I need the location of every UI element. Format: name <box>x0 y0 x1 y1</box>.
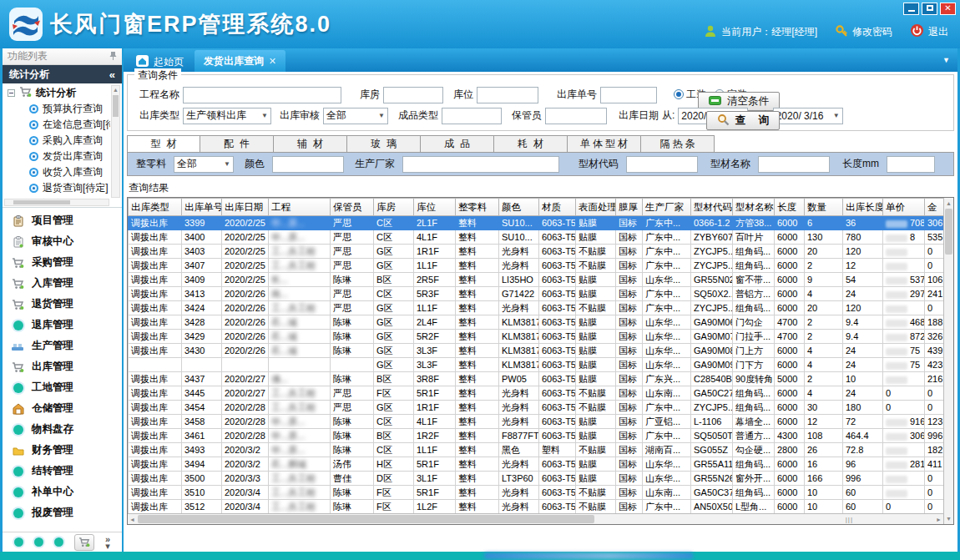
module-dot-icon[interactable] <box>34 537 43 547</box>
tree-item[interactable]: 预算执行查询 <box>4 101 110 117</box>
table-row[interactable]: 调拨出库33992020/2/25华...原...严思C区2L1F整料SU10.… <box>129 216 944 230</box>
column-header[interactable]: 出库日期 <box>222 199 269 216</box>
column-header[interactable]: 出库类型 <box>129 199 182 216</box>
table-row[interactable]: 调拨出库34292020/2/26石...城陈琳G区5R2F整料KLM38176… <box>129 330 944 344</box>
column-header[interactable]: 数量 <box>805 199 843 216</box>
tree-root[interactable]: 统计分析 <box>4 85 110 101</box>
outbound-audit-select[interactable]: 全部▼ <box>323 108 388 124</box>
outbound-type-select[interactable]: 生产领料出库▼ <box>183 108 271 124</box>
product-type-input[interactable] <box>442 108 502 124</box>
material-tab-成品[interactable]: 成品 <box>421 135 494 153</box>
column-header[interactable]: 出库单号 <box>182 199 222 216</box>
maker-input[interactable] <box>402 156 559 173</box>
column-header[interactable]: 型材代码 <box>691 199 733 216</box>
material-tab-配件[interactable]: 配件 <box>200 135 274 153</box>
table-row[interactable]: 调拨出库34132020/2/26南...严思C区5R3F整料G71422606… <box>129 287 944 301</box>
column-header[interactable]: 材质 <box>539 199 576 216</box>
project-name-input[interactable] <box>183 87 341 103</box>
tree-expander-icon[interactable] <box>8 89 15 97</box>
table-row[interactable]: 调拨出库34372020/2/27佛...陈琳B区3R8F整料PW056063-… <box>129 372 944 386</box>
material-tab-单体型材[interactable]: 单体型材 <box>568 135 641 153</box>
material-tab-辅材[interactable]: 辅材 <box>274 135 347 153</box>
table-row[interactable]: 调拨出库34002020/2/25华...原...严思C区4L1F整料SU10.… <box>129 230 944 245</box>
location-input[interactable] <box>477 87 538 103</box>
table-row[interactable]: 调拨出库34542020/2/28工...共工程严思G区1R1F整料光身料606… <box>129 401 944 415</box>
column-header[interactable]: 长度 <box>775 199 805 216</box>
maximize-button[interactable] <box>922 3 937 15</box>
nav-item-补单中心[interactable]: 补单中心 <box>3 482 122 502</box>
column-header[interactable]: 单价 <box>883 199 925 216</box>
table-row[interactable]: 调拨出库34942020/3/2石...辉城汤伟H区5R1F整料光身料6063-… <box>129 457 944 472</box>
tree-item[interactable]: 发货出库查询 <box>4 149 110 164</box>
collapse-icon[interactable]: « <box>109 68 115 81</box>
tab-list-dropdown-icon[interactable]: ▼ <box>942 56 950 64</box>
date-to-picker[interactable]: 2020/ 3/16▼ <box>773 108 843 124</box>
warehouse-input[interactable] <box>383 87 443 103</box>
change-password-button[interactable]: 修改密码 <box>835 24 892 40</box>
nav-item-退货管理[interactable]: 退货管理 <box>3 294 122 315</box>
profile-code-input[interactable] <box>626 156 698 173</box>
module-dot-icon[interactable] <box>14 537 23 547</box>
tree-item[interactable]: 退货查询[待定] <box>4 180 110 196</box>
column-header[interactable]: 保管员 <box>331 199 374 216</box>
column-header[interactable]: 型材名称 <box>733 199 775 216</box>
whole-piece-select[interactable]: 全部▼ <box>174 156 234 173</box>
minimize-button[interactable] <box>903 3 919 15</box>
tree-item[interactable]: 采购入库查询 <box>4 133 110 149</box>
table-row[interactable]: 调拨出库34092020/2/25长...陈琳B区2R5F整料LI35HO606… <box>129 273 944 287</box>
tree-vertical-scrollbar[interactable]: ▲ <box>111 85 120 198</box>
material-tab-耗材[interactable]: 耗材 <box>494 135 568 153</box>
table-row[interactable]: 调拨出库35122020/3/4工...共工程陈琳F区1L2F整料光身料6063… <box>129 500 944 514</box>
nav-item-工地管理[interactable]: 工地管理 <box>3 377 122 398</box>
material-tab-隔热条[interactable]: 隔热条 <box>641 135 715 153</box>
column-header[interactable]: 膜厚 <box>616 199 643 216</box>
profile-name-input[interactable] <box>758 156 830 173</box>
table-row[interactable]: 调拨出库34612020/2/28华...原...陈琳B区1R2F整料F8877… <box>129 429 944 443</box>
column-header[interactable]: 生产厂家 <box>643 199 691 216</box>
table-row[interactable]: 调拨出库34032020/2/25工...共工程严思G区1R1F整料光身料606… <box>129 245 944 259</box>
column-header[interactable]: 金 <box>925 199 944 216</box>
nav-item-审核中心[interactable]: 审核中心 <box>3 231 122 252</box>
table-row[interactable]: 调拨出库35102020/3/4工...共工程陈琳F区5R1F整料光身料6063… <box>129 486 944 500</box>
material-tab-玻璃[interactable]: 玻璃 <box>347 135 421 153</box>
length-input[interactable] <box>887 156 935 173</box>
table-row[interactable]: 调拨出库34932020/3/2华...原...陈琳C区1L1F整料黑色塑料不贴… <box>129 443 944 457</box>
color-input[interactable] <box>272 156 344 173</box>
table-row[interactable]: 调拨出库34582020/2/28华...原...陈琳C区4L1F整料光身料60… <box>129 415 944 429</box>
nav-item-出库管理[interactable]: 出库管理 <box>3 356 122 377</box>
module-dot-icon[interactable] <box>54 537 63 547</box>
material-tab-型材[interactable]: 型材 <box>127 135 200 153</box>
table-row[interactable]: 调拨出库34242020/2/26工...共工程严思G区1L1F整料光身料606… <box>129 301 944 315</box>
table-row[interactable]: 调拨出库34302020/2/26石...城陈琳G区3L3F整料KLM38176… <box>129 344 944 358</box>
table-row[interactable]: 调拨出库34452020/2/27工...共工程严思F区5R1F整料光身料606… <box>129 386 944 401</box>
table-horizontal-scrollbar[interactable]: ◄|||► <box>128 513 943 524</box>
pin-icon[interactable] <box>109 51 117 63</box>
more-modules-button[interactable]: »▾ <box>105 536 110 549</box>
column-header[interactable]: 库房 <box>374 199 414 216</box>
close-button[interactable]: ✕ <box>940 3 956 15</box>
nav-item-项目管理[interactable]: 项目管理 <box>3 210 122 231</box>
table-vertical-scrollbar[interactable]: ▲▼ <box>943 198 953 524</box>
logout-button[interactable]: 退出 <box>910 23 948 40</box>
tab-close-icon[interactable]: ✕ <box>269 56 276 67</box>
nav-item-物料盘存[interactable]: 物料盘存 <box>3 419 122 440</box>
table-row[interactable]: 调拨出库35002020/3/3工...共工程曹佳D区3L1F整料LT3P606… <box>129 472 944 486</box>
column-header[interactable]: 颜色 <box>499 199 539 216</box>
column-header[interactable]: 库位 <box>414 199 456 216</box>
tab-shipping-outbound-query[interactable]: 发货出库查询 ✕ <box>195 50 285 72</box>
column-header[interactable]: 表面处理 <box>576 199 616 216</box>
nav-item-财务管理[interactable]: 财务管理 <box>3 440 122 461</box>
search-button[interactable]: 查 询 <box>706 111 780 130</box>
nav-item-采购管理[interactable]: 采购管理 <box>3 252 122 273</box>
order-no-input[interactable] <box>600 87 657 103</box>
table-row[interactable]: G区3L3F整料KLM38176063-T5贴膜国标山东华...GA90M09.… <box>129 358 944 372</box>
tree-item[interactable]: 在途信息查询[待 <box>4 117 110 133</box>
keeper-input[interactable] <box>545 108 607 124</box>
column-header[interactable]: 整零料 <box>456 199 499 216</box>
tree-horizontal-scrollbar[interactable] <box>4 199 109 206</box>
nav-item-报废管理[interactable]: 报废管理 <box>3 502 122 523</box>
table-row[interactable]: 调拨出库34072020/2/25工...共工程严思G区1L1F整料光身料606… <box>129 259 944 273</box>
nav-item-生产管理[interactable]: 生产管理 <box>3 335 122 356</box>
tree-item[interactable]: 收货入库查询 <box>4 164 110 180</box>
cart-module-button[interactable] <box>74 534 94 551</box>
